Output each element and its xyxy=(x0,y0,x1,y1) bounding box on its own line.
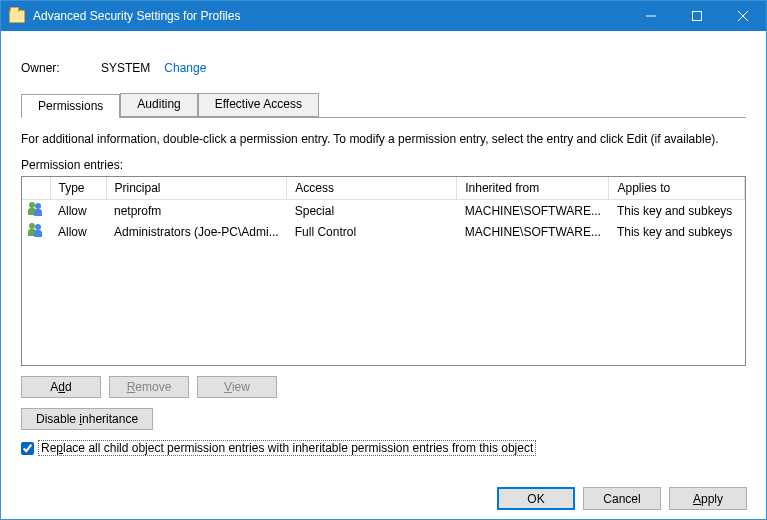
ok-button[interactable]: OK xyxy=(497,487,575,510)
owner-value: SYSTEM xyxy=(101,61,150,75)
replace-children-checkbox[interactable] xyxy=(21,442,34,455)
table-row[interactable]: Allow netprofm Special MACHINE\SOFTWARE.… xyxy=(22,200,745,222)
remove-button[interactable]: Remove xyxy=(109,376,189,398)
entry-buttons: Add Remove View xyxy=(21,376,746,398)
content-area: Owner: SYSTEM Change Permissions Auditin… xyxy=(1,31,766,466)
owner-label: Owner: xyxy=(21,61,101,75)
disable-inheritance-button[interactable]: Disable inheritance xyxy=(21,408,153,430)
close-button[interactable] xyxy=(720,1,766,31)
table-header-row: Type Principal Access Inherited from App… xyxy=(22,177,745,200)
cell-access: Full Control xyxy=(287,221,457,242)
col-icon[interactable] xyxy=(22,177,50,200)
inheritance-row: Disable inheritance xyxy=(21,408,746,430)
group-icon xyxy=(28,202,44,216)
cell-principal: Administrators (Joe-PC\Admi... xyxy=(106,221,287,242)
tab-auditing[interactable]: Auditing xyxy=(120,93,197,117)
col-inherited[interactable]: Inherited from xyxy=(457,177,609,200)
col-principal[interactable]: Principal xyxy=(106,177,287,200)
cell-type: Allow xyxy=(50,221,106,242)
tab-body: For additional information, double-click… xyxy=(21,118,746,456)
add-button[interactable]: Add xyxy=(21,376,101,398)
tabs: Permissions Auditing Effective Access xyxy=(21,93,746,118)
cell-access: Special xyxy=(287,200,457,222)
col-access[interactable]: Access xyxy=(287,177,457,200)
cell-inherited: MACHINE\SOFTWARE... xyxy=(457,200,609,222)
replace-children-row: Replace all child object permission entr… xyxy=(21,440,746,456)
replace-children-label[interactable]: Replace all child object permission entr… xyxy=(38,440,536,456)
cell-applies: This key and subkeys xyxy=(609,221,745,242)
change-owner-link[interactable]: Change xyxy=(164,61,206,75)
table-row[interactable]: Allow Administrators (Joe-PC\Admi... Ful… xyxy=(22,221,745,242)
cell-inherited: MACHINE\SOFTWARE... xyxy=(457,221,609,242)
instruction-text: For additional information, double-click… xyxy=(21,132,746,146)
owner-row: Owner: SYSTEM Change xyxy=(21,61,746,75)
cancel-button[interactable]: Cancel xyxy=(583,487,661,510)
tab-permissions[interactable]: Permissions xyxy=(21,94,120,118)
permission-table[interactable]: Type Principal Access Inherited from App… xyxy=(21,176,746,366)
dialog-buttons: OK Cancel Apply xyxy=(497,487,747,510)
minimize-icon xyxy=(646,11,656,21)
group-icon xyxy=(28,223,44,237)
maximize-icon xyxy=(692,11,702,21)
tab-effective-access[interactable]: Effective Access xyxy=(198,93,319,117)
col-applies[interactable]: Applies to xyxy=(609,177,745,200)
window-title: Advanced Security Settings for Profiles xyxy=(33,9,628,23)
titlebar: Advanced Security Settings for Profiles xyxy=(1,1,766,31)
maximize-button[interactable] xyxy=(674,1,720,31)
col-type[interactable]: Type xyxy=(50,177,106,200)
cell-applies: This key and subkeys xyxy=(609,200,745,222)
cell-type: Allow xyxy=(50,200,106,222)
close-icon xyxy=(738,11,748,21)
cell-principal: netprofm xyxy=(106,200,287,222)
svg-rect-1 xyxy=(693,12,702,21)
view-button[interactable]: View xyxy=(197,376,277,398)
minimize-button[interactable] xyxy=(628,1,674,31)
entries-label: Permission entries: xyxy=(21,158,746,172)
apply-button[interactable]: Apply xyxy=(669,487,747,510)
folder-icon xyxy=(9,10,25,23)
